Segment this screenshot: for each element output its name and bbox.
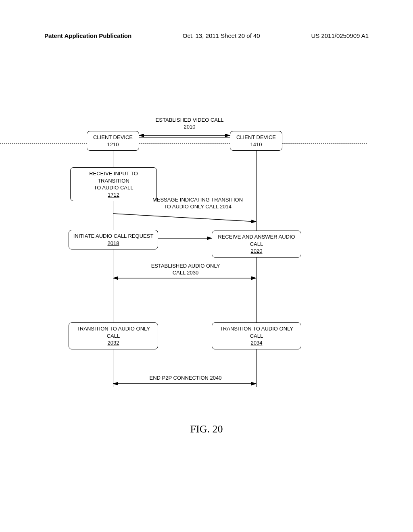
sequence-diagram: ESTABLISHED VIDEO CALL 2010 CLIENT DEVIC… [44,117,335,407]
arrows-layer [44,117,335,407]
figure-caption: FIG. 20 [0,423,413,435]
svg-line-2 [113,214,256,222]
header-right: US 2011/0250909 A1 [311,32,369,39]
header-left: Patent Application Publication [44,32,131,39]
header-center: Oct. 13, 2011 Sheet 20 of 40 [183,32,260,39]
page-header: Patent Application Publication Oct. 13, … [0,32,413,39]
